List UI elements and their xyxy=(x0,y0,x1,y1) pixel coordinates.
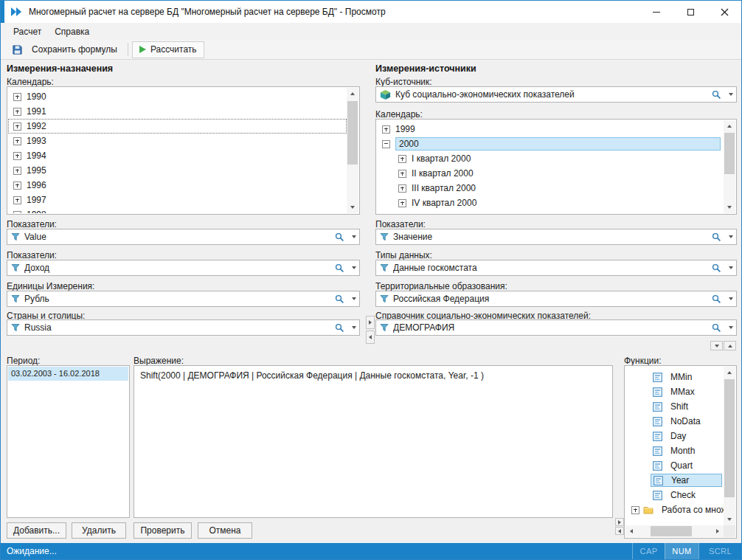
function-item-year[interactable]: Year xyxy=(625,473,724,488)
src-indicator-field[interactable]: Значение xyxy=(375,229,737,245)
tree-item-1991[interactable]: 1991 xyxy=(8,104,347,119)
chevron-down-icon[interactable] xyxy=(348,260,359,275)
add-button[interactable]: Добавить... xyxy=(7,522,66,539)
function-item-day[interactable]: Day xyxy=(625,429,724,443)
cancel-button[interactable]: Отмена xyxy=(198,522,252,539)
chevron-down-icon[interactable] xyxy=(725,291,736,306)
src-dictionary-field[interactable]: ДЕМОГРАФИЯ xyxy=(375,319,737,336)
tree-item-1993[interactable]: 1993 xyxy=(8,134,347,148)
plus-box-icon[interactable] xyxy=(13,196,21,204)
menu-calculation[interactable]: Расчет xyxy=(7,24,48,39)
dest-indicator2-field[interactable]: Доход xyxy=(7,260,360,276)
search-icon[interactable] xyxy=(331,320,348,335)
horizontal-scrollbar[interactable] xyxy=(625,525,724,537)
plus-box-icon[interactable] xyxy=(13,137,21,145)
plus-box-icon[interactable] xyxy=(13,167,21,175)
scroll-up-button[interactable] xyxy=(347,88,358,100)
plus-box-icon[interactable] xyxy=(13,152,21,160)
tree-item-1990[interactable]: 1990 xyxy=(8,89,347,104)
vertical-scrollbar[interactable] xyxy=(347,88,358,213)
scroll-thumb[interactable] xyxy=(651,526,692,536)
calculate-button[interactable]: Рассчитать xyxy=(132,41,204,58)
search-icon[interactable] xyxy=(708,229,725,244)
tree-item-1999[interactable]: 1999 xyxy=(377,122,724,136)
function-folder-sets[interactable]: Работа со множес xyxy=(625,502,724,517)
function-item-check[interactable]: Check xyxy=(625,488,724,502)
cube-source-field[interactable]: Куб социально-экономических показателей xyxy=(375,86,737,103)
tree-item-q4-2000[interactable]: IV квартал 2000 xyxy=(377,196,724,210)
tree-item-1995[interactable]: 1995 xyxy=(8,163,347,178)
function-item-nodata[interactable]: NoData xyxy=(625,414,724,429)
tree-item-1992[interactable]: 1992 xyxy=(8,119,347,134)
plus-box-icon[interactable] xyxy=(13,122,21,131)
delete-button[interactable]: Удалить xyxy=(72,522,126,539)
splitter-collapse-up-button[interactable] xyxy=(724,341,736,350)
plus-box-icon[interactable] xyxy=(631,506,639,514)
search-icon[interactable] xyxy=(708,320,725,335)
minimize-button[interactable] xyxy=(639,1,673,23)
tree-item-2000[interactable]: 2000 xyxy=(377,136,724,151)
tree-item-1994[interactable]: 1994 xyxy=(8,148,347,163)
function-item-mmin[interactable]: MMin xyxy=(625,370,724,384)
plus-box-icon[interactable] xyxy=(13,211,21,214)
save-formulas-button[interactable]: Сохранить формулы xyxy=(5,41,124,58)
vertical-scrollbar[interactable] xyxy=(724,367,735,525)
menu-help[interactable]: Справка xyxy=(48,24,96,39)
search-icon[interactable] xyxy=(708,87,725,102)
functions-splitter-left-button[interactable] xyxy=(615,527,624,535)
dest-indicator-field[interactable]: Value xyxy=(7,229,360,245)
scroll-thumb[interactable] xyxy=(347,101,358,165)
function-item-month[interactable]: Month xyxy=(625,443,724,458)
scroll-down-button[interactable] xyxy=(347,201,358,213)
close-button[interactable] xyxy=(707,1,741,23)
src-datatypes-field[interactable]: Данные госкомстата xyxy=(375,260,737,276)
src-territories-field[interactable]: Российская Федерация xyxy=(375,291,737,307)
splitter-expand-right-button[interactable] xyxy=(366,316,375,329)
search-icon[interactable] xyxy=(708,291,725,306)
scroll-up-button[interactable] xyxy=(724,120,735,132)
chevron-down-icon[interactable] xyxy=(348,229,359,244)
plus-box-icon[interactable] xyxy=(13,108,21,116)
scroll-left-button[interactable] xyxy=(625,525,637,537)
chevron-down-icon[interactable] xyxy=(725,320,736,335)
tree-item-1996[interactable]: 1996 xyxy=(8,178,347,193)
search-icon[interactable] xyxy=(331,291,348,306)
chevron-down-icon[interactable] xyxy=(348,291,359,306)
scroll-right-button[interactable] xyxy=(712,525,724,537)
plus-box-icon[interactable] xyxy=(398,199,406,207)
chevron-down-icon[interactable] xyxy=(725,87,736,102)
chevron-down-icon[interactable] xyxy=(725,229,736,244)
tree-item-q2-2000[interactable]: II квартал 2000 xyxy=(377,166,724,181)
scroll-up-button[interactable] xyxy=(724,367,735,378)
tree-item-1997[interactable]: 1997 xyxy=(8,193,347,207)
period-list[interactable]: 03.02.2003 - 16.02.2018 xyxy=(7,365,130,518)
tree-item-1998[interactable]: 1998 xyxy=(8,207,347,213)
tree-item-q3-2000[interactable]: III квартал 2000 xyxy=(377,181,724,196)
expression-area[interactable]: Shift(2000 | ДЕМОГРАФИЯ | Российская Фед… xyxy=(134,365,613,518)
period-item[interactable]: 03.02.2003 - 16.02.2018 xyxy=(8,367,128,381)
dest-units-field[interactable]: Рубль xyxy=(7,291,360,307)
scroll-down-button[interactable] xyxy=(724,514,735,525)
search-icon[interactable] xyxy=(708,260,725,275)
minus-box-icon[interactable] xyxy=(382,140,390,148)
splitter-collapse-down-button[interactable] xyxy=(710,341,723,350)
scroll-thumb[interactable] xyxy=(724,379,735,497)
plus-box-icon[interactable] xyxy=(398,155,406,163)
splitter-expand-left-button[interactable] xyxy=(366,331,375,344)
plus-box-icon[interactable] xyxy=(398,170,406,178)
tree-item-q1-2000[interactable]: I квартал 2000 xyxy=(377,151,724,166)
dest-countries-field[interactable]: Russia xyxy=(7,319,360,336)
verify-button[interactable]: Проверить xyxy=(134,522,192,539)
functions-splitter-right-button[interactable] xyxy=(615,518,624,526)
function-item-shift[interactable]: Shift xyxy=(625,399,724,414)
plus-box-icon[interactable] xyxy=(398,184,406,193)
scroll-thumb[interactable] xyxy=(724,133,735,174)
plus-box-icon[interactable] xyxy=(13,93,21,101)
search-icon[interactable] xyxy=(331,229,348,244)
vertical-scrollbar[interactable] xyxy=(724,120,735,213)
function-item-mmax[interactable]: MMax xyxy=(625,384,724,399)
plus-box-icon[interactable] xyxy=(13,182,21,190)
chevron-down-icon[interactable] xyxy=(725,260,736,275)
scroll-down-button[interactable] xyxy=(724,201,735,213)
function-item-quart[interactable]: Quart xyxy=(625,458,724,473)
